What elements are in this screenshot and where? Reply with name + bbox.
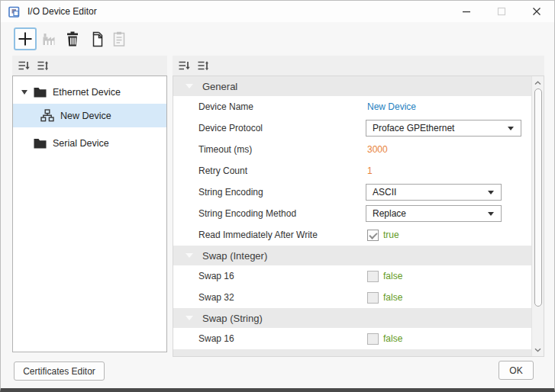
property-row: Device Protocol Proface GPEthernet — [173, 117, 531, 139]
property-label: Device Protocol — [198, 123, 263, 133]
dropdown-value: ASCII — [373, 187, 396, 198]
section-general[interactable]: General — [173, 76, 531, 96]
property-row: Retry Count 1 — [173, 160, 531, 182]
vertical-scrollbar[interactable] — [531, 76, 544, 356]
section-collapse-icon — [186, 84, 193, 88]
property-row: Swap 16 false — [173, 265, 531, 287]
section-collapse-icon — [186, 316, 193, 320]
chevron-down-icon — [488, 212, 494, 216]
io-device-editor-window: I/O Device Editor — [0, 0, 555, 392]
folder-icon — [34, 138, 47, 149]
window-controls — [449, 1, 554, 22]
section-label: Swap (Integer) — [202, 250, 267, 262]
app-icon — [8, 5, 21, 18]
delete-device-button[interactable] — [63, 30, 82, 48]
section-swap-integer[interactable]: Swap (Integer) — [173, 246, 531, 265]
tree-item-label: Ethernet Device — [53, 87, 121, 98]
plus-icon — [17, 31, 34, 47]
titlebar: I/O Device Editor — [1, 1, 554, 22]
property-row: Device Name New Device — [173, 96, 531, 117]
ok-button[interactable]: OK — [499, 361, 534, 380]
property-row: String Encoding Method Replace — [173, 203, 531, 224]
add-device-button[interactable] — [14, 27, 37, 50]
paste-device-button — [110, 30, 128, 48]
tree-item-label: New Device — [60, 111, 111, 121]
property-row: Read Immediately After Write true — [173, 224, 531, 246]
device-tree: Ethernet Device New Device — [12, 76, 167, 352]
property-label: Swap 32 — [198, 292, 234, 303]
section-collapse-icon — [186, 253, 193, 258]
network-device-icon — [40, 109, 54, 122]
property-row: String Encoding ASCII — [173, 182, 531, 203]
folder-icon — [34, 87, 47, 98]
swap32-int-checkbox[interactable] — [367, 292, 379, 304]
chevron-down-icon — [488, 191, 494, 194]
property-row: Swap 32 false — [173, 287, 531, 308]
tree-expander-icon[interactable] — [21, 90, 27, 95]
window-title: I/O Device Editor — [27, 6, 97, 17]
section-ethernet[interactable]: Ethernet — [173, 349, 531, 357]
dropdown-value: Proface GPEthernet — [373, 123, 454, 133]
swap16-int-checkbox[interactable] — [367, 271, 379, 282]
scrollbar-thumb[interactable] — [534, 88, 542, 307]
minimize-button[interactable] — [449, 1, 484, 22]
device-protocol-dropdown[interactable]: Proface GPEthernet — [366, 120, 521, 137]
string-encoding-dropdown[interactable]: ASCII — [366, 184, 502, 201]
collapse-all-icon[interactable] — [18, 59, 31, 72]
expand-all-icon[interactable] — [197, 59, 210, 72]
tree-item-serial-device[interactable]: Serial Device — [13, 131, 166, 155]
copy-icon — [88, 31, 105, 47]
close-button[interactable] — [519, 1, 554, 22]
property-grid: General Device Name New Device Device Pr… — [173, 76, 544, 357]
device-tree-panel: Ethernet Device New Device — [12, 56, 167, 352]
copy-device-button[interactable] — [87, 30, 105, 48]
scroll-up-icon[interactable] — [532, 78, 544, 88]
property-label: Swap 16 — [198, 271, 234, 281]
device-name-value[interactable]: New Device — [367, 101, 416, 112]
tree-item-new-device[interactable]: New Device — [13, 104, 166, 127]
device-group-icon — [41, 31, 58, 47]
certificates-editor-button[interactable]: Certificates Editor — [14, 361, 105, 381]
property-label: Swap 16 — [198, 333, 234, 344]
timeout-value[interactable]: 3000 — [367, 144, 388, 155]
maximize-button — [484, 1, 519, 22]
tree-item-ethernet-device[interactable]: Ethernet Device — [13, 80, 166, 104]
chevron-down-icon — [508, 127, 514, 130]
add-device-group-button — [40, 30, 59, 48]
section-swap-string[interactable]: Swap (String) — [173, 308, 531, 328]
paste-icon — [111, 31, 127, 47]
retry-count-value[interactable]: 1 — [367, 165, 373, 176]
collapse-all-icon[interactable] — [178, 59, 191, 72]
read-after-write-checkbox[interactable] — [367, 230, 379, 241]
swap16-str-checkbox[interactable] — [367, 333, 379, 345]
string-encoding-method-dropdown[interactable]: Replace — [366, 205, 502, 222]
property-row: Timeout (ms) 3000 — [173, 139, 531, 160]
property-label: Retry Count — [198, 165, 247, 176]
tree-item-label: Serial Device — [53, 138, 109, 149]
expand-all-icon[interactable] — [37, 59, 50, 72]
tree-panel-toolbar — [12, 56, 167, 76]
property-row: Swap 16 false — [173, 328, 531, 349]
section-label: General — [202, 81, 237, 92]
property-grid-content: General Device Name New Device Device Pr… — [173, 76, 531, 357]
property-label: Read Immediately After Write — [198, 230, 318, 240]
checkbox-value-label: false — [383, 271, 402, 281]
property-panel: General Device Name New Device Device Pr… — [173, 56, 544, 357]
trash-icon — [64, 31, 81, 47]
checkbox-value-label: false — [383, 333, 402, 344]
scroll-down-icon[interactable] — [532, 345, 544, 355]
checkbox-value-label: true — [383, 230, 399, 240]
property-label: String Encoding Method — [198, 208, 296, 219]
checkbox-value-label: false — [383, 292, 402, 303]
property-label: Device Name — [198, 101, 253, 112]
property-label: String Encoding — [198, 187, 263, 198]
section-label: Swap (String) — [202, 313, 263, 324]
property-label: Timeout (ms) — [198, 144, 252, 155]
property-panel-toolbar — [173, 56, 544, 76]
section-label: Ethernet — [202, 354, 240, 358]
dropdown-value: Replace — [373, 208, 406, 219]
